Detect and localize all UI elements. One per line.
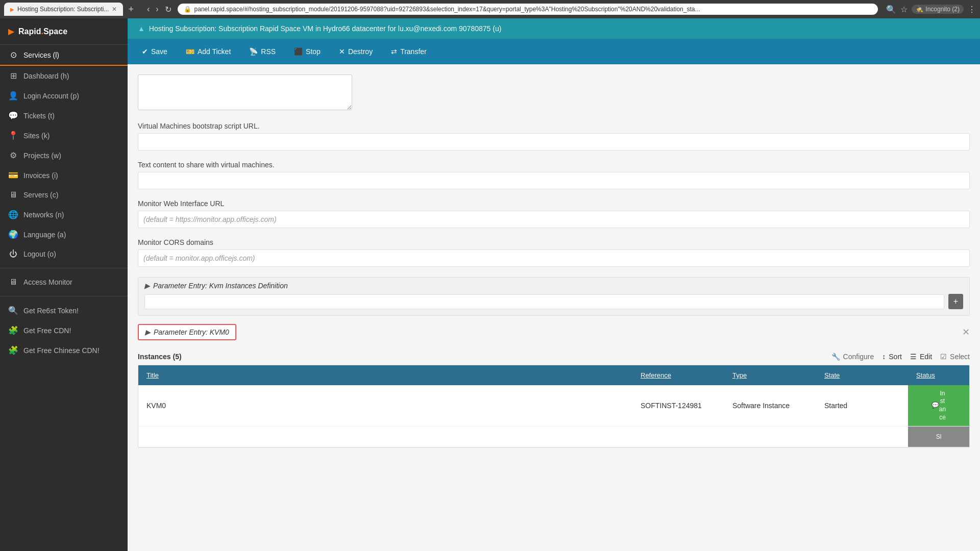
add-ticket-button[interactable]: 🎫 Add Ticket (178, 43, 239, 60)
param-kvm-triangle-icon: ▶ (144, 282, 150, 290)
monitor-web-input[interactable] (138, 211, 970, 228)
sort-button[interactable]: ↕ Sort (882, 353, 902, 361)
invoices-icon: 💳 (8, 170, 18, 180)
add-ticket-label: Add Ticket (198, 47, 231, 56)
search-button[interactable]: 🔍 (886, 5, 896, 14)
sidebar-item-invoices-label: Invoices (i) (23, 171, 58, 180)
col-state[interactable]: State (816, 365, 908, 385)
sidebar-item-invoices[interactable]: 💳 Invoices (i) (0, 165, 128, 185)
browser-action-buttons: 🔍 ☆ 🕵 Incognito (2) ⋮ (886, 5, 976, 14)
nav-separator-2 (0, 296, 128, 296)
instances-header: Instances (5) 🔧 Configure ↕ Sort ☰ Edit (138, 353, 970, 361)
sidebar-item-projects-label: Projects (w) (23, 152, 61, 160)
forward-button[interactable]: › (154, 3, 160, 16)
monitor-cors-group: Monitor CORS domains (138, 238, 970, 267)
address-bar[interactable]: 🔒 panel.rapid.space/#/hosting_subscripti… (178, 4, 878, 15)
tab-bar: ▶ Hosting Subscription: Subscripti... ✕ … (4, 3, 137, 16)
instances-table: Title Reference Type State Status KVM0 S… (138, 365, 970, 448)
vm-bootstrap-input[interactable] (138, 133, 970, 151)
sidebar-item-dashboard[interactable]: ⊞ Dashboard (h) (0, 66, 128, 86)
logo-rapid: Rapid (18, 27, 41, 36)
tab-favicon: ▶ (10, 7, 14, 12)
param-kvm0-remove-button[interactable]: ✕ (962, 327, 970, 338)
destroy-icon: ✕ (339, 47, 345, 56)
instance-status-badge[interactable]: 💬 Instance (908, 385, 969, 426)
sidebar-item-services-label: Services (l) (23, 51, 59, 59)
menu-button[interactable]: ⋮ (968, 5, 976, 14)
sidebar-item-language[interactable]: 🌍 Language (a) (0, 224, 128, 244)
page-header-title: Hosting Subscription: Subscription Rapid… (149, 24, 501, 33)
destroy-label: Destroy (348, 47, 373, 56)
param-kvm-add-button[interactable]: + (948, 294, 963, 309)
param-kvm-instances-header[interactable]: ▶ Parameter Entry: Kvm Instances Definit… (138, 278, 969, 294)
incognito-badge: 🕵 Incognito (2) (912, 5, 964, 14)
monitor-web-label: Monitor Web Interface URL (138, 199, 970, 208)
param-kvm-input-row: + (138, 294, 969, 315)
add-ticket-icon: 🎫 (186, 47, 194, 56)
sidebar-item-projects[interactable]: ⚙ Projects (w) (0, 145, 128, 165)
sidebar-item-servers-label: Servers (c) (23, 191, 58, 199)
configure-button[interactable]: 🔧 Configure (831, 353, 874, 361)
param-kvm-instances-label: Parameter Entry: Kvm Instances Definitio… (153, 282, 288, 290)
tab-close-button[interactable]: ✕ (112, 6, 117, 13)
services-icon: ⊙ (8, 50, 18, 60)
sidebar-item-logout[interactable]: ⏻ Logout (o) (0, 244, 128, 264)
col-reference[interactable]: Reference (632, 365, 724, 385)
row-title: KVM0 (138, 395, 632, 416)
save-button[interactable]: ✔ Save (134, 43, 176, 60)
back-button[interactable]: ‹ (145, 3, 152, 16)
tab-title: Hosting Subscription: Subscripti... (17, 6, 109, 13)
sidebar-item-login-account[interactable]: 👤 Login Account (p) (0, 86, 128, 106)
row2-status-badge[interactable]: Sl (908, 427, 969, 447)
bookmark-button[interactable]: ☆ (900, 5, 908, 14)
col-status[interactable]: Status (908, 365, 969, 385)
sort-label: Sort (889, 353, 902, 361)
script-textarea[interactable] (138, 74, 352, 110)
table-row: KVM0 SOFTINST-124981 Software Instance S… (138, 385, 969, 427)
transfer-button[interactable]: ⇄ Transfer (383, 43, 435, 60)
stop-button[interactable]: ⬛ Stop (286, 43, 329, 60)
sidebar-item-networks[interactable]: 🌐 Networks (n) (0, 205, 128, 224)
sidebar-item-free-chinese-cdn[interactable]: 🧩 Get Free Chinese CDN! (0, 340, 128, 360)
sort-icon: ↕ (882, 353, 886, 361)
projects-icon: ⚙ (8, 151, 18, 160)
page-header-icon: ▲ (138, 24, 145, 33)
sidebar-item-free-cdn[interactable]: 🧩 Get Free CDN! (0, 320, 128, 340)
sidebar-item-re6st-label: Get Re6st Token! (23, 307, 79, 315)
new-tab-button[interactable]: + (125, 4, 137, 15)
param-kvm-input[interactable] (144, 294, 944, 309)
save-icon: ✔ (142, 47, 148, 56)
col-title[interactable]: Title (138, 365, 632, 385)
text-content-input[interactable] (138, 172, 970, 189)
edit-button[interactable]: ☰ Edit (910, 353, 932, 361)
col-type[interactable]: Type (724, 365, 816, 385)
row2-status-cell: Sl (908, 427, 969, 447)
sidebar-item-servers[interactable]: 🖥 Servers (c) (0, 185, 128, 205)
row2-state (816, 431, 908, 443)
monitor-cors-label: Monitor CORS domains (138, 238, 970, 246)
sidebar-item-login-label: Login Account (p) (23, 92, 79, 100)
networks-icon: 🌐 (8, 210, 18, 219)
rss-label: RSS (261, 47, 276, 56)
rss-button[interactable]: 📡 RSS (241, 43, 284, 60)
text-content-label: Text content to share with virtual machi… (138, 161, 970, 169)
destroy-button[interactable]: ✕ Destroy (331, 43, 381, 60)
sidebar-item-tickets[interactable]: 💬 Tickets (t) (0, 106, 128, 126)
param-kvm0-entry[interactable]: ▶ Parameter Entry: KVM0 (138, 324, 236, 340)
sidebar-item-free-cdn-label: Get Free CDN! (23, 327, 71, 335)
configure-icon: 🔧 (831, 353, 840, 361)
monitor-web-group: Monitor Web Interface URL (138, 199, 970, 228)
sidebar-item-re6st-token[interactable]: 🔍 Get Re6st Token! (0, 300, 128, 320)
rss-icon: 📡 (249, 47, 258, 56)
active-tab[interactable]: ▶ Hosting Subscription: Subscripti... ✕ (4, 3, 123, 16)
instances-section: Instances (5) 🔧 Configure ↕ Sort ☰ Edit (138, 353, 970, 448)
monitor-cors-input[interactable] (138, 249, 970, 267)
servers-icon: 🖥 (8, 190, 18, 199)
transfer-label: Transfer (400, 47, 427, 56)
text-content-group: Text content to share with virtual machi… (138, 161, 970, 189)
sidebar-item-services[interactable]: ⊙ Services (l) (0, 45, 128, 66)
reload-button[interactable]: ↻ (163, 3, 174, 16)
sidebar-item-access-monitor[interactable]: 🖥 Access Monitor (0, 272, 128, 292)
select-button[interactable]: ☑ Select (940, 353, 970, 361)
sidebar-item-sites[interactable]: 📍 Sites (k) (0, 126, 128, 145)
